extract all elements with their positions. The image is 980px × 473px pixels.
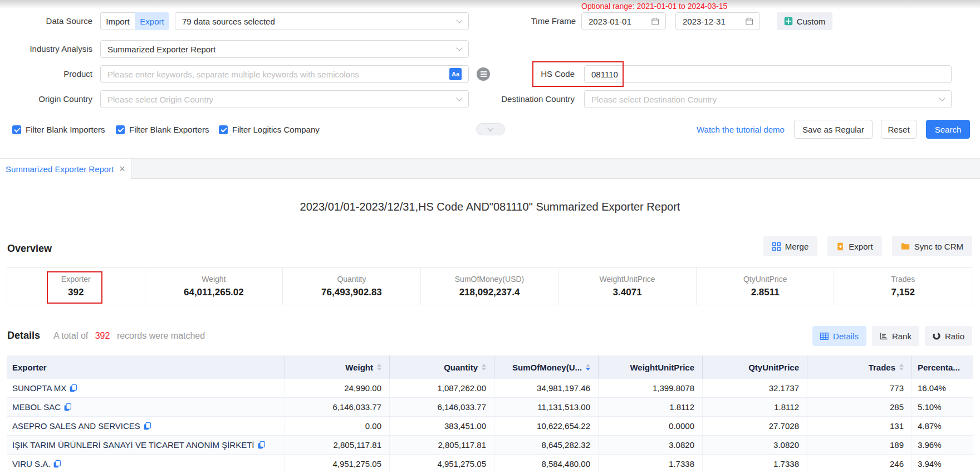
cell-exporter[interactable]: SUNOPTA MX — [7, 379, 285, 397]
cell-weight: 4,951,275.05 — [285, 455, 390, 473]
start-date-field[interactable] — [589, 13, 651, 30]
import-toggle-button[interactable]: Import — [100, 12, 135, 30]
origin-country-select[interactable]: Please select Origin Country — [100, 90, 469, 108]
company-profile-icon[interactable] — [53, 460, 61, 468]
view-switcher: Details Rank Ratio — [812, 326, 972, 346]
table-row[interactable]: VIRU S.A. 4,951,275.054,951,275.058,584,… — [7, 455, 973, 473]
exporter-name[interactable]: IŞIK TARIM ÜRÜNLERİ SANAYİ VE TİCARET AN… — [12, 440, 254, 450]
save-as-regular-button[interactable]: Save as Regular — [794, 120, 873, 139]
table-row[interactable]: IŞIK TARIM ÜRÜNLERİ SANAYİ VE TİCARET AN… — [7, 436, 973, 455]
sync-to-crm-button[interactable]: Sync to CRM — [892, 236, 972, 256]
filter-menu-icon[interactable] — [477, 67, 490, 81]
data-source-toggle: Import Export — [100, 12, 169, 30]
exporter-name[interactable]: ASEPRO SALES AND SERVICES — [12, 421, 140, 431]
custom-range-button[interactable]: Custom — [777, 12, 832, 30]
exporter-name[interactable]: MEBOL SAC — [12, 402, 61, 412]
column-header-6[interactable]: Trades — [807, 355, 912, 379]
custom-grid-icon — [784, 17, 793, 26]
column-header-3[interactable]: SumOfMoney(U... — [494, 355, 599, 379]
tutorial-demo-link[interactable]: Watch the tutorial demo — [697, 125, 785, 134]
cell-weight: 0.00 — [285, 417, 390, 435]
start-date-input[interactable] — [581, 12, 666, 30]
expand-filters-button[interactable] — [476, 123, 505, 135]
chevron-down-icon — [456, 45, 462, 51]
cell-trades: 131 — [807, 417, 912, 435]
export-button[interactable]: Export — [827, 236, 881, 256]
search-button[interactable]: Search — [926, 120, 970, 139]
table-row[interactable]: MEBOL SAC 6,146,033.776,146,033.7711,131… — [7, 398, 973, 417]
translate-icon[interactable]: Aa — [449, 68, 462, 80]
industry-analysis-select[interactable]: Summarized Exporter Report — [100, 40, 469, 58]
filter-blank-exporters-checkbox[interactable]: Filter Blank Exporters — [116, 125, 209, 134]
company-profile-icon[interactable] — [70, 384, 77, 392]
checkbox-check-icon[interactable] — [12, 125, 21, 134]
sort-caret-icon[interactable] — [377, 364, 381, 370]
hs-code-field[interactable] — [591, 66, 944, 82]
data-sources-select[interactable]: 79 data sources selected — [175, 12, 469, 30]
column-header-2[interactable]: Quantity — [390, 355, 494, 379]
exporter-name[interactable]: SUNOPTA MX — [12, 383, 66, 393]
sync-to-crm-label: Sync to CRM — [914, 242, 963, 251]
checkbox-check-icon[interactable] — [116, 125, 125, 134]
checkbox-check-icon[interactable] — [219, 125, 228, 134]
product-keywords-field[interactable] — [107, 66, 449, 82]
cell-exporter[interactable]: MEBOL SAC — [7, 398, 285, 416]
end-date-input[interactable] — [675, 12, 760, 30]
end-date-field[interactable] — [683, 13, 746, 30]
cell-exporter[interactable]: ASEPRO SALES AND SERVICES — [7, 417, 285, 435]
column-header-label: Exporter — [12, 363, 47, 372]
destination-country-select[interactable]: Please select Destination Country — [584, 90, 952, 108]
hs-code-input[interactable] — [584, 65, 952, 83]
stat-quantity: Quantity76,493,902.83 — [282, 268, 420, 305]
cell-pct: 4.87% — [912, 417, 973, 435]
export-toggle-button[interactable]: Export — [135, 12, 169, 30]
product-input[interactable]: Aa — [100, 65, 469, 83]
table-row[interactable]: ASEPRO SALES AND SERVICES 0.00383,451.00… — [7, 417, 973, 436]
sort-caret-icon[interactable] — [482, 364, 486, 370]
cell-exporter[interactable]: IŞIK TARIM ÜRÜNLERİ SANAYİ VE TİCARET AN… — [7, 436, 285, 454]
view-rank-button[interactable]: Rank — [872, 326, 919, 346]
stat-label: Trades — [891, 275, 915, 284]
sort-caret-icon[interactable] — [586, 364, 590, 370]
cell-wup: 0.0000 — [599, 417, 703, 435]
cell-pct: 5.10% — [912, 398, 973, 416]
top-gradient — [0, 0, 980, 9]
cell-quantity: 4,951,275.05 — [390, 455, 494, 473]
company-profile-icon[interactable] — [258, 441, 265, 449]
exporter-name[interactable]: VIRU S.A. — [12, 459, 50, 469]
merge-button[interactable]: Merge — [763, 236, 818, 256]
cell-qup: 1.8112 — [703, 398, 807, 416]
column-header-label: Trades — [869, 363, 895, 372]
view-details-button[interactable]: Details — [812, 326, 866, 346]
hs-code-label: HS Code — [523, 65, 575, 83]
overview-stats: Exporter392Weight64,011,265.02Quantity76… — [7, 267, 972, 305]
filter-logitics-company-checkbox[interactable]: Filter Logitics Company — [219, 125, 320, 134]
industry-analysis-value: Summarized Exporter Report — [107, 45, 215, 54]
stat-value: 64,011,265.02 — [184, 287, 244, 298]
optional-range-note: Optional range: 2021-01-01 to 2024-03-15 — [581, 2, 727, 11]
reset-button[interactable]: Reset — [881, 120, 917, 139]
filter-blank-importers-checkbox[interactable]: Filter Blank Importers — [12, 125, 105, 134]
column-header-1[interactable]: Weight — [285, 355, 390, 379]
company-profile-icon[interactable] — [144, 422, 151, 430]
cell-trades: 189 — [807, 436, 912, 454]
column-header-label: SumOfMoney(U... — [512, 363, 582, 372]
tab-summarized-exporter-report[interactable]: Summarized Exporter Report × — [0, 159, 131, 179]
time-frame-label: Time Frame — [512, 12, 576, 30]
column-header-7: Percenta... — [912, 355, 973, 379]
close-icon[interactable]: × — [119, 164, 125, 174]
details-table-icon — [820, 333, 829, 340]
table-row[interactable]: SUNOPTA MX 24,990.001,087,262.0034,981,1… — [7, 379, 973, 398]
origin-country-placeholder: Please select Origin Country — [107, 95, 213, 104]
stat-value: 218,092,237.4 — [459, 287, 520, 298]
custom-range-label: Custom — [797, 17, 826, 26]
company-profile-icon[interactable] — [64, 403, 71, 411]
summary-count: 392 — [95, 331, 110, 340]
cell-qup: 32.1737 — [703, 379, 807, 397]
view-ratio-button[interactable]: Ratio — [925, 326, 972, 346]
cell-trades: 285 — [807, 398, 912, 416]
cell-exporter[interactable]: VIRU S.A. — [7, 455, 285, 473]
cell-weight: 6,146,033.77 — [285, 398, 390, 416]
calendar-icon — [651, 17, 659, 26]
sort-caret-icon[interactable] — [899, 364, 904, 370]
